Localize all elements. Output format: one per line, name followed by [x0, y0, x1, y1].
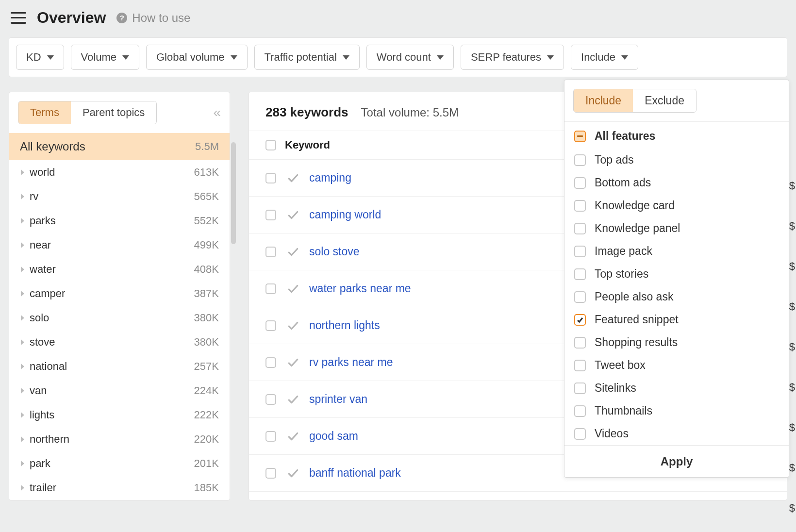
row-checkbox[interactable] — [265, 468, 276, 479]
sidebar-item[interactable]: trailer 185K — [9, 476, 230, 500]
dropdown-option[interactable]: Featured snippet — [564, 308, 789, 331]
sidebar-item[interactable]: solo 380K — [9, 306, 230, 330]
row-checkbox[interactable] — [265, 247, 276, 257]
sidebar-item-label: park — [30, 457, 194, 470]
dropdown-option[interactable]: Image pack — [564, 240, 789, 263]
sidebar-item[interactable]: park 201K — [9, 451, 230, 476]
sidebar-item[interactable]: parks 552K — [9, 209, 230, 233]
collapse-icon[interactable]: « — [213, 105, 221, 120]
checkbox[interactable] — [574, 268, 586, 280]
checkbox-indeterminate-icon[interactable] — [574, 131, 586, 142]
sidebar-item[interactable]: rv 565K — [9, 184, 230, 209]
dropdown-option-label: Knowledge panel — [595, 222, 680, 235]
sidebar-item[interactable]: world 613K — [9, 160, 230, 184]
sidebar: Terms Parent topics « All keywords 5.5M … — [9, 92, 230, 500]
filter-volume[interactable]: Volume — [71, 45, 139, 70]
checkbox[interactable] — [574, 246, 586, 257]
keyword-link[interactable]: good sam — [309, 430, 358, 443]
dropdown-option[interactable]: Top ads — [564, 149, 789, 171]
keyword-link[interactable]: camping — [309, 171, 351, 184]
filter-traffic-potential[interactable]: Traffic potential — [254, 45, 360, 70]
keyword-link[interactable]: camping world — [309, 208, 381, 221]
checkbox[interactable] — [574, 314, 586, 326]
scrollbar-thumb[interactable] — [231, 142, 236, 244]
sidebar-item-label: northern — [30, 433, 194, 446]
dropdown-option[interactable]: Knowledge card — [564, 194, 789, 217]
keyword-link[interactable]: northern lights — [309, 319, 380, 332]
dropdown-all-features[interactable]: All features — [564, 122, 789, 149]
svg-marker-3 — [21, 242, 24, 248]
page-title: Overview — [37, 9, 106, 27]
checkbox[interactable] — [574, 337, 586, 349]
checkbox[interactable] — [574, 382, 586, 394]
sidebar-item[interactable]: national 257K — [9, 354, 230, 379]
filter-include[interactable]: Include — [571, 45, 638, 70]
checkbox[interactable] — [574, 223, 586, 234]
dropdown-option-label: Shopping results — [595, 336, 678, 349]
sidebar-item[interactable]: lights 222K — [9, 403, 230, 427]
dropdown-option[interactable]: Tweet box — [564, 354, 789, 377]
chevron-right-icon — [20, 193, 30, 200]
dropdown-tab-include[interactable]: Include — [574, 89, 633, 112]
row-checkbox[interactable] — [265, 173, 276, 183]
sidebar-item[interactable]: near 499K — [9, 233, 230, 257]
row-checkbox[interactable] — [265, 320, 276, 331]
dropdown-option[interactable]: Knowledge panel — [564, 217, 789, 240]
svg-marker-13 — [21, 485, 24, 491]
how-to-use-link[interactable]: ? How to use — [116, 11, 190, 25]
sidebar-item[interactable]: stove 380K — [9, 330, 230, 354]
sidebar-item-count: 552K — [194, 215, 219, 227]
filter-global-volume[interactable]: Global volume — [146, 45, 248, 70]
svg-marker-7 — [21, 339, 24, 345]
sidebar-item[interactable]: northern 220K — [9, 427, 230, 451]
check-icon — [287, 393, 299, 406]
select-all-checkbox[interactable] — [265, 140, 276, 150]
filter-word-count[interactable]: Word count — [366, 45, 454, 70]
dropdown-option-label: Bottom ads — [595, 176, 651, 189]
dropdown-option[interactable]: Thumbnails — [564, 399, 789, 422]
dropdown-option[interactable]: Shopping results — [564, 331, 789, 354]
tab-parent-topics[interactable]: Parent topics — [71, 101, 156, 124]
sidebar-item-label: camper — [30, 287, 194, 300]
sidebar-item[interactable]: camper 387K — [9, 282, 230, 306]
chevron-down-icon — [122, 55, 129, 60]
checkbox[interactable] — [574, 360, 586, 371]
dropdown-option[interactable]: Bottom ads — [564, 171, 789, 194]
checkbox[interactable] — [574, 405, 586, 417]
menu-icon[interactable] — [11, 12, 26, 24]
dropdown-option[interactable]: Top stories — [564, 263, 789, 285]
sidebar-item[interactable]: van 224K — [9, 379, 230, 403]
keyword-link[interactable]: sprinter van — [309, 393, 367, 406]
row-checkbox[interactable] — [265, 283, 276, 294]
filter-kd[interactable]: KD — [16, 45, 64, 70]
dropdown-option-label: Top stories — [595, 267, 648, 281]
checkbox[interactable] — [574, 200, 586, 212]
row-checkbox[interactable] — [265, 431, 276, 442]
row-checkbox[interactable] — [265, 210, 276, 220]
dropdown-option[interactable]: Sitelinks — [564, 377, 789, 399]
dropdown-option-label: Knowledge card — [595, 199, 675, 212]
dropdown-tab-exclude[interactable]: Exclude — [633, 89, 696, 112]
dropdown-option[interactable]: People also ask — [564, 285, 789, 308]
sidebar-item-label: world — [30, 166, 194, 179]
checkbox[interactable] — [574, 428, 586, 440]
row-checkbox[interactable] — [265, 357, 276, 368]
keyword-link[interactable]: solo stove — [309, 245, 360, 258]
checkbox[interactable] — [574, 291, 586, 303]
checkbox[interactable] — [574, 177, 586, 189]
sidebar-item-label: solo — [30, 312, 194, 324]
dropdown-option[interactable]: Videos — [564, 422, 789, 445]
keyword-link[interactable]: rv parks near me — [309, 356, 393, 369]
keyword-link[interactable]: banff national park — [309, 466, 401, 480]
sidebar-item[interactable]: water 408K — [9, 257, 230, 282]
dropdown-option-label: Top ads — [595, 153, 634, 166]
tab-terms[interactable]: Terms — [18, 101, 71, 124]
sidebar-item-all-keywords[interactable]: All keywords 5.5M — [9, 133, 230, 160]
apply-button[interactable]: Apply — [564, 446, 789, 477]
svg-marker-4 — [21, 266, 24, 272]
checkbox[interactable] — [574, 154, 586, 166]
filter-serp-features[interactable]: SERP features — [461, 45, 564, 70]
row-checkbox[interactable] — [265, 394, 276, 405]
chevron-right-icon — [20, 169, 30, 176]
keyword-link[interactable]: water parks near me — [309, 282, 411, 295]
